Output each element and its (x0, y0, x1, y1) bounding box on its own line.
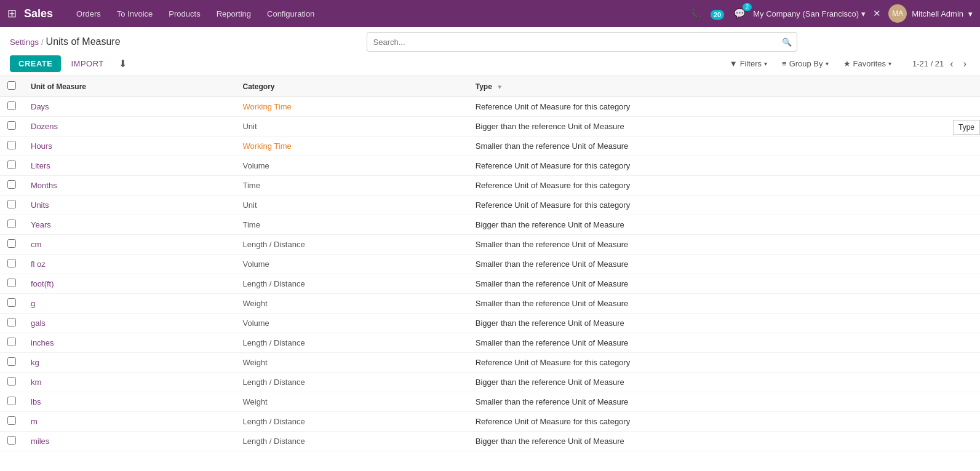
unit-name-cell[interactable]: miles (23, 432, 235, 451)
nav-reporting[interactable]: Reporting (210, 7, 257, 21)
row-checkbox-cell (0, 176, 23, 196)
select-all-checkbox[interactable] (7, 81, 16, 90)
table-body: DaysWorking TimeReference Unit of Measur… (0, 97, 980, 451)
table-row: DaysWorking TimeReference Unit of Measur… (0, 97, 980, 117)
unit-name-cell[interactable]: Units (23, 196, 235, 215)
category-cell[interactable]: Length / Distance (235, 333, 468, 353)
row-checkbox[interactable] (7, 397, 16, 405)
row-checkbox[interactable] (7, 357, 16, 366)
category-cell[interactable]: Volume (235, 255, 468, 274)
nav-to-invoice[interactable]: To Invoice (111, 7, 159, 21)
row-checkbox[interactable] (7, 436, 16, 445)
unit-name-cell[interactable]: lbs (23, 392, 235, 412)
unit-name-cell[interactable]: Years (23, 215, 235, 235)
col-type[interactable]: Type ▼ (468, 76, 980, 97)
favorites-label: Favorites (853, 59, 886, 68)
unit-name-cell[interactable]: kg (23, 353, 235, 373)
row-checkbox-cell (0, 412, 23, 432)
unit-name-cell[interactable]: km (23, 373, 235, 392)
row-checkbox[interactable] (7, 338, 16, 346)
row-checkbox[interactable] (7, 239, 16, 248)
message-icon[interactable]: 💬 2 (731, 6, 748, 22)
download-button[interactable]: ⬇ (114, 55, 132, 72)
category-cell[interactable]: Length / Distance (235, 235, 468, 255)
type-cell: Bigger than the reference Unit of Measur… (468, 314, 980, 333)
brand-name[interactable]: Sales (24, 7, 53, 20)
unit-name-cell[interactable]: Months (23, 176, 235, 196)
breadcrumb-parent[interactable]: Settings (10, 38, 39, 47)
row-checkbox[interactable] (7, 279, 16, 287)
nav-configuration[interactable]: Configuration (261, 7, 321, 21)
row-checkbox[interactable] (7, 259, 16, 267)
avatar[interactable]: MA (888, 4, 907, 23)
breadcrumb-separator: / (41, 38, 44, 47)
filters-button[interactable]: ▼ Filters ▾ (723, 57, 773, 71)
unit-name-cell[interactable]: fl oz (23, 255, 235, 274)
row-checkbox[interactable] (7, 141, 16, 149)
table-row: lbsWeightSmaller than the reference Unit… (0, 392, 980, 412)
activity-icon[interactable]: 20 (708, 6, 727, 22)
category-cell[interactable]: Weight (235, 353, 468, 373)
col-category[interactable]: Category (235, 76, 468, 97)
unit-name-cell[interactable]: Days (23, 97, 235, 117)
row-checkbox[interactable] (7, 298, 16, 307)
category-cell[interactable]: Weight (235, 392, 468, 412)
category-cell[interactable]: Volume (235, 156, 468, 176)
import-button[interactable]: IMPORT (66, 55, 108, 72)
category-cell[interactable]: Length / Distance (235, 432, 468, 451)
unit-name-cell[interactable]: cm (23, 235, 235, 255)
row-checkbox[interactable] (7, 160, 16, 169)
unit-name-cell[interactable]: Dozens (23, 117, 235, 137)
unit-name-cell[interactable]: gals (23, 314, 235, 333)
close-icon[interactable]: ✕ (870, 6, 883, 22)
unit-name-cell[interactable]: Liters (23, 156, 235, 176)
category-cell[interactable]: Time (235, 215, 468, 235)
filters-caret: ▾ (764, 60, 767, 67)
user-caret[interactable]: ▾ (968, 9, 973, 18)
row-checkbox[interactable] (7, 416, 16, 425)
row-checkbox[interactable] (7, 377, 16, 386)
favorites-button[interactable]: ★ Favorites ▾ (837, 57, 898, 71)
user-name[interactable]: Mitchell Admin (912, 9, 963, 18)
unit-name-cell[interactable]: Hours (23, 137, 235, 156)
company-selector[interactable]: My Company (San Francisco) ▾ (753, 9, 866, 18)
row-checkbox[interactable] (7, 200, 16, 208)
row-checkbox[interactable] (7, 180, 16, 189)
unit-name-cell[interactable]: m (23, 412, 235, 432)
table-header-row: Unit of Measure Category Type ▼ (0, 76, 980, 97)
category-cell[interactable]: Weight (235, 294, 468, 314)
type-cell: Reference Unit of Measure for this categ… (468, 412, 980, 432)
category-cell[interactable]: Unit (235, 117, 468, 137)
row-checkbox-cell (0, 235, 23, 255)
row-checkbox[interactable] (7, 121, 16, 130)
nav-orders[interactable]: Orders (70, 7, 107, 21)
category-cell[interactable]: Time (235, 176, 468, 196)
nav-products[interactable]: Products (162, 7, 206, 21)
row-checkbox-cell (0, 117, 23, 137)
pagination-next[interactable]: › (960, 57, 970, 71)
row-checkbox[interactable] (7, 318, 16, 327)
category-cell[interactable]: Length / Distance (235, 412, 468, 432)
grid-icon[interactable]: ⊞ (7, 7, 17, 20)
group-by-button[interactable]: ≡ Group By ▾ (776, 57, 835, 71)
row-checkbox[interactable] (7, 101, 16, 110)
category-cell[interactable]: Unit (235, 196, 468, 215)
category-cell[interactable]: Volume (235, 314, 468, 333)
search-input[interactable] (367, 38, 797, 47)
table-row: HoursWorking TimeSmaller than the refere… (0, 137, 980, 156)
create-button[interactable]: CREATE (10, 55, 61, 72)
unit-name-cell[interactable]: g (23, 294, 235, 314)
pagination-prev[interactable]: ‹ (946, 57, 957, 71)
unit-name-cell[interactable]: inches (23, 333, 235, 353)
unit-name-cell[interactable]: foot(ft) (23, 274, 235, 294)
type-cell: Reference Unit of Measure for this categ… (468, 156, 980, 176)
category-cell[interactable]: Working Time (235, 137, 468, 156)
row-checkbox-cell (0, 373, 23, 392)
row-checkbox[interactable] (7, 220, 16, 228)
category-cell[interactable]: Length / Distance (235, 373, 468, 392)
phone-icon[interactable]: 📞 (688, 6, 703, 21)
category-cell[interactable]: Length / Distance (235, 274, 468, 294)
type-cell: Reference Unit of Measure for this categ… (468, 196, 980, 215)
category-cell[interactable]: Working Time (235, 97, 468, 117)
col-unit-of-measure[interactable]: Unit of Measure (23, 76, 235, 97)
